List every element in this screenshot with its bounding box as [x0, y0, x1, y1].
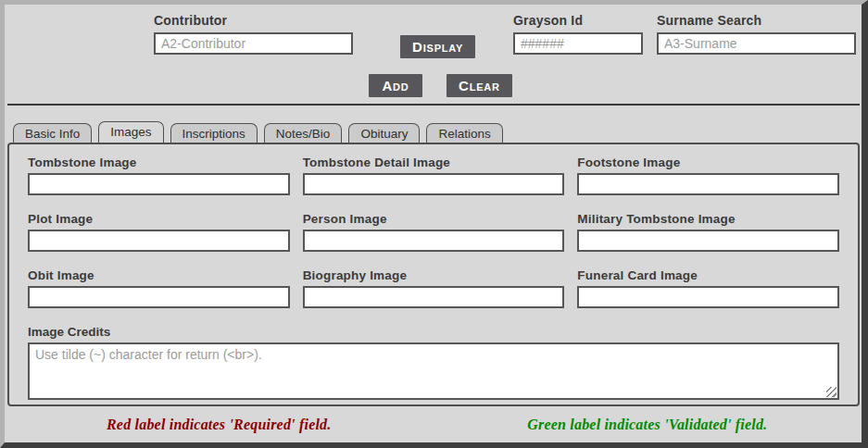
tab-images[interactable]: Images: [98, 121, 163, 144]
footstone-image-field: Footstone Image: [577, 156, 839, 195]
surname-search-label: Surname Search: [657, 13, 856, 28]
tombstone-detail-image-field: Tombstone Detail Image: [303, 156, 565, 195]
header-form: Contributor Display Grayson Id Surname S…: [5, 5, 862, 104]
biography-image-label: Biography Image: [303, 268, 565, 282]
plot-image-input[interactable]: [28, 230, 290, 252]
grayson-id-label: Grayson Id: [513, 13, 643, 28]
obit-image-input[interactable]: [28, 286, 290, 308]
person-image-field: Person Image: [303, 212, 565, 252]
resize-handle-icon[interactable]: [826, 387, 837, 397]
grayson-id-input[interactable]: [513, 32, 643, 55]
footstone-image-input[interactable]: [577, 173, 839, 195]
validated-field-note: Green label indicates 'Validated' field.: [434, 417, 862, 433]
tab-inscriptions[interactable]: Inscriptions: [170, 123, 258, 144]
funeral-card-image-input[interactable]: [577, 286, 839, 308]
funeral-card-image-label: Funeral Card Image: [577, 268, 839, 282]
image-credits-label: Image Credits: [28, 325, 839, 339]
military-tombstone-image-label: Military Tombstone Image: [577, 212, 839, 226]
legend-footer: Red label indicates 'Required' field. Gr…: [5, 406, 862, 433]
contributor-field-group: Contributor: [154, 13, 353, 55]
person-image-input[interactable]: [303, 230, 565, 252]
required-field-note: Red label indicates 'Required' field.: [5, 417, 434, 433]
military-tombstone-image-field: Military Tombstone Image: [577, 212, 839, 252]
contributor-label: Contributor: [154, 13, 353, 28]
tombstone-detail-image-label: Tombstone Detail Image: [303, 156, 565, 169]
surname-search-field-group: Surname Search: [657, 13, 856, 55]
person-image-label: Person Image: [303, 212, 565, 226]
obit-image-field: Obit Image: [28, 268, 290, 308]
plot-image-label: Plot Image: [28, 212, 290, 226]
display-button[interactable]: Display: [400, 35, 475, 58]
images-tab-panel: Tombstone Image Tombstone Detail Image F…: [7, 143, 860, 406]
tab-obituary[interactable]: Obituary: [348, 123, 420, 144]
tab-bar: Basic Info Images Inscriptions Notes/Bio…: [5, 121, 862, 144]
military-tombstone-image-input[interactable]: [577, 230, 839, 252]
grayson-id-field-group: Grayson Id: [513, 13, 643, 55]
clear-button[interactable]: Clear: [447, 74, 512, 97]
plot-image-field: Plot Image: [28, 212, 290, 252]
grayson-records-window: Contributor Display Grayson Id Surname S…: [0, 0, 868, 448]
image-fields-grid: Tombstone Image Tombstone Detail Image F…: [28, 156, 839, 325]
contributor-input[interactable]: [154, 32, 353, 55]
obit-image-label: Obit Image: [28, 268, 290, 282]
biography-image-field: Biography Image: [303, 268, 565, 308]
tombstone-image-label: Tombstone Image: [28, 156, 290, 169]
tab-relations[interactable]: Relations: [426, 123, 502, 144]
surname-search-input[interactable]: [657, 32, 856, 55]
tombstone-detail-image-input[interactable]: [303, 173, 565, 195]
image-credits-field: Image Credits: [28, 325, 839, 400]
add-button[interactable]: Add: [369, 74, 422, 97]
header-divider: [7, 104, 860, 106]
biography-image-input[interactable]: [303, 286, 565, 308]
funeral-card-image-field: Funeral Card Image: [577, 268, 839, 308]
tab-notes-bio[interactable]: Notes/Bio: [264, 123, 343, 144]
footstone-image-label: Footstone Image: [577, 156, 839, 169]
image-credits-textarea[interactable]: [28, 342, 839, 400]
tab-basic-info[interactable]: Basic Info: [13, 123, 92, 144]
tombstone-image-input[interactable]: [28, 173, 290, 195]
tombstone-image-field: Tombstone Image: [28, 156, 290, 195]
